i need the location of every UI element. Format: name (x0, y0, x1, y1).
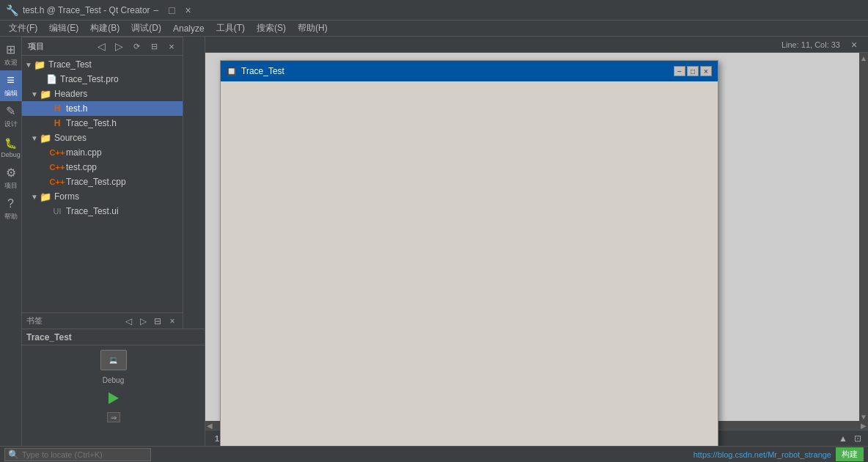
dialog-minimize-btn[interactable]: − (674, 66, 685, 76)
welcome-label: 欢迎 (4, 58, 18, 67)
tree-item-maincpp[interactable]: C++ main.cpp (22, 145, 183, 160)
dialog-icon: 🔲 (227, 67, 237, 76)
line-col-info: Line: 11, Col: 33 (781, 40, 840, 49)
tree-label-trace-testui: Trace_Test.ui (66, 206, 119, 216)
vscroll-down-btn[interactable]: ▼ (860, 413, 867, 421)
menu-search[interactable]: 搜索(S) (251, 21, 292, 36)
panel-float-btn[interactable]: ⊡ (852, 433, 864, 444)
bookmark-back-btn[interactable]: ◁ (122, 315, 134, 327)
tree-label-root: Trace_Test (48, 59, 92, 70)
maximize-button[interactable]: □ (166, 4, 178, 16)
dialog-maximize-btn[interactable]: □ (687, 66, 699, 76)
editor-canvas[interactable]: 🔲 Trace_Test − □ × (205, 53, 859, 421)
sidebar-item-help[interactable]: ? 帮助 (0, 194, 22, 224)
trace-device-icon: 💻 (100, 350, 127, 370)
trace-run-buttons: ⇒ (106, 390, 122, 425)
tree-item-testh[interactable]: H test.h (22, 101, 183, 116)
run-button[interactable] (106, 390, 122, 406)
status-right: https://blog.csdn.net/Mr_robot_strange 构… (694, 447, 864, 461)
title-bar: 🔧 test.h @ Trace_Test - Qt Creator − □ × (0, 0, 868, 21)
tree-item-trace-testcpp[interactable]: C++ Trace_Test.cpp (22, 175, 183, 189)
tree-item-sources[interactable]: ▼ 📁 Sources (22, 131, 183, 145)
trace-test-dialog: 🔲 Trace_Test − □ × (220, 60, 718, 446)
panel-back-btn[interactable]: ◁ (93, 38, 109, 54)
dialog-title-bar: 🔲 Trace_Test − □ × (221, 61, 718, 81)
status-left: 🔍 (4, 448, 694, 461)
title-bar-title: test.h @ Trace_Test - Qt Creator (23, 5, 150, 15)
sidebar-item-debug[interactable]: 🐛 Debug (0, 132, 22, 163)
search-icon: 🔍 (8, 450, 19, 460)
panel-sync-btn[interactable]: ⟳ (128, 38, 144, 54)
welcome-icon: ⊞ (4, 43, 18, 56)
panel-fwd-btn[interactable]: ▷ (111, 38, 127, 54)
minimize-button[interactable]: − (150, 4, 162, 16)
bookmark-fwd-btn[interactable]: ▷ (137, 315, 149, 327)
tree-item-pro[interactable]: 📄 Trace_Test.pro (22, 72, 183, 87)
menu-analyze[interactable]: Analyze (167, 22, 210, 35)
close-button[interactable]: × (183, 4, 194, 16)
trace-panel-header: Trace_Test (22, 329, 205, 345)
project-toolbar: 项目 ◁ ▷ ⟳ ⊟ × (22, 37, 183, 56)
hscroll-left-btn[interactable]: ◀ (207, 422, 213, 430)
tree-item-forms[interactable]: ▼ 📁 Forms (22, 189, 183, 204)
step-icon: ⇒ (107, 412, 120, 422)
hscroll-right-btn[interactable]: ▶ (861, 422, 867, 430)
file-icon-pro: 📄 (45, 73, 57, 85)
panel-filter-btn[interactable]: ⊟ (146, 38, 162, 54)
project-label: 项目 (4, 181, 18, 191)
sidebar-item-edit[interactable]: ≡ 编辑 (0, 70, 22, 101)
debug-icon: 🐛 (4, 136, 18, 150)
bookmarks-label: 书签 (26, 315, 43, 326)
tree-item-trace-testh[interactable]: H Trace_Test.h (22, 116, 183, 131)
tree-item-headers[interactable]: ▼ 📁 Headers (22, 87, 183, 101)
project-panel-title: 项目 (25, 41, 92, 52)
dialog-body[interactable] (221, 81, 718, 446)
title-bar-icon: 🔧 (6, 4, 18, 16)
trace-device-label: 💻 (109, 356, 117, 364)
editor-close-btn[interactable]: × (846, 37, 862, 53)
file-icon-trace-testcpp: C++ (51, 176, 63, 188)
tree-item-root[interactable]: ▼ 📁 Trace_Test (22, 57, 183, 72)
status-search[interactable]: 🔍 (4, 448, 151, 461)
menu-file[interactable]: 文件(F) (3, 21, 43, 36)
tree-item-testcpp[interactable]: C++ test.cpp (22, 160, 183, 175)
search-input[interactable] (22, 450, 139, 459)
project-icon: ⚙ (4, 166, 18, 180)
trace-sub-panel: Trace_Test 💻 Debug ⇒ (22, 329, 205, 446)
menu-edit[interactable]: 编辑(E) (43, 21, 84, 36)
status-bar: 🔍 https://blog.csdn.net/Mr_robot_strange… (0, 446, 868, 462)
tree-label-maincpp: main.cpp (66, 147, 102, 158)
sidebar-item-design[interactable]: ✎ 设计 (0, 101, 22, 132)
vscroll-up-btn[interactable]: ▲ (860, 54, 867, 62)
edit-icon: ≡ (4, 74, 18, 87)
tree-label-trace-testcpp: Trace_Test.cpp (66, 177, 126, 187)
menu-build[interactable]: 构建(B) (84, 21, 125, 36)
tree-item-trace-testui[interactable]: UI Trace_Test.ui (22, 204, 183, 219)
sidebar-icons: ⊞ 欢迎 ≡ 编辑 ✎ 设计 🐛 Debug ⚙ 项目 ? 帮助 (0, 37, 22, 446)
panel-close-btn[interactable]: × (163, 38, 180, 54)
dialog-close-btn[interactable]: × (700, 66, 712, 76)
sidebar-item-welcome[interactable]: ⊞ 欢迎 (0, 40, 22, 70)
file-icon-testh: H (51, 103, 63, 114)
arrow-sources: ▼ (31, 134, 40, 142)
menu-help[interactable]: 帮助(H) (292, 21, 334, 36)
left-column: 项目 ◁ ▷ ⟳ ⊟ × ▼ 📁 Trace_Test (22, 37, 205, 446)
arrow-headers: ▼ (31, 90, 40, 98)
editor-main: 🔲 Trace_Test − □ × ▲ (205, 53, 868, 421)
panel-collapse-btn[interactable]: ▲ (837, 433, 849, 444)
trace-debug-label: Debug (103, 376, 124, 384)
build-button[interactable]: 构建 (836, 447, 864, 461)
tree-label-headers: Headers (54, 89, 87, 99)
folder-icon-forms: 📁 (40, 191, 51, 202)
arrow-forms: ▼ (31, 193, 40, 201)
sidebar-item-project[interactable]: ⚙ 项目 (0, 163, 22, 194)
help-label: 帮助 (4, 212, 18, 221)
trace-panel-title: Trace_Test (26, 332, 72, 342)
menu-tools[interactable]: 工具(T) (210, 21, 251, 36)
menu-debug[interactable]: 调试(D) (125, 21, 167, 36)
bookmark-action-btn[interactable]: ⊟ (152, 315, 163, 327)
editor-vscrollbar[interactable]: ▲ ▼ (859, 53, 868, 421)
step-button[interactable]: ⇒ (106, 409, 122, 425)
app-content: ⊞ 欢迎 ≡ 编辑 ✎ 设计 🐛 Debug ⚙ 项目 ? 帮助 (0, 37, 868, 446)
bookmark-close-btn[interactable]: × (166, 315, 178, 327)
